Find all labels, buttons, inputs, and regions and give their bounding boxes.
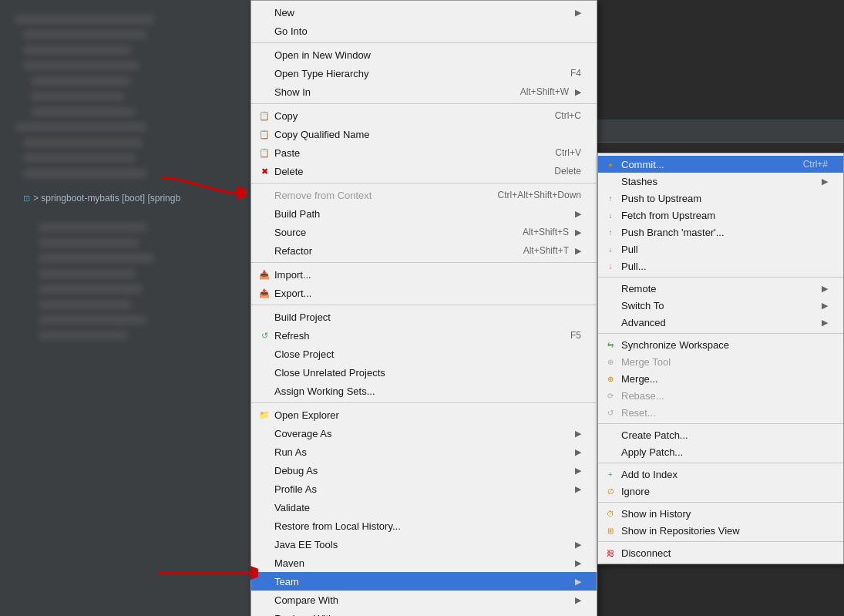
menu-item-compare-with[interactable]: Compare With▶ [251, 591, 597, 609]
r-menu-item-show-history[interactable]: ⏱Show in History [598, 505, 843, 522]
r-menu-item-stashes[interactable]: Stashes▶ [598, 173, 843, 190]
r-menu-item-show-repos[interactable]: ⊞Show in Repositories View [598, 522, 843, 539]
r-menu-icon-remote [604, 282, 617, 295]
menu-label-run-as: Run As [274, 446, 569, 458]
menu-shortcut-source: Alt+Shift+S [523, 227, 569, 237]
menu-icon-close-unrelated [257, 365, 271, 379]
menu-label-delete: Delete [274, 166, 539, 177]
menu-item-refresh[interactable]: ↺RefreshF5 [251, 326, 597, 345]
menu-item-export[interactable]: 📤Export... [251, 284, 597, 302]
r-menu-label-rebase: Rebase... [621, 390, 828, 402]
menu-arrow-build-path: ▶ [575, 209, 581, 219]
r-menu-icon-fetch-upstream: ↓ [604, 209, 617, 221]
r-menu-icon-disconnect: ⛓ [604, 547, 617, 559]
menu-label-import: Import... [274, 269, 581, 281]
r-menu-item-remote[interactable]: Remote▶ [598, 280, 843, 297]
menu-item-validate[interactable]: Validate [251, 498, 597, 517]
menu-icon-build-project [257, 310, 271, 324]
menu-item-java-ee-tools[interactable]: Java EE Tools▶ [251, 535, 597, 554]
menu-label-open-type-hierarchy: Open Type Hierarchy [274, 68, 555, 79]
menu-item-coverage-as[interactable]: Coverage As▶ [251, 424, 597, 443]
menu-item-team[interactable]: Team▶ [251, 572, 597, 591]
blur-content [39, 316, 146, 324]
r-menu-label-disconnect: Disconnect [621, 547, 828, 559]
menu-icon-go-into [257, 24, 271, 38]
blur-content [23, 46, 131, 54]
r-menu-item-apply-patch[interactable]: Apply Patch... [598, 443, 843, 460]
r-menu-label-push-upstream: Push to Upstream [621, 193, 828, 204]
menu-item-maven[interactable]: Maven▶ [251, 554, 597, 572]
r-separator-23 [598, 502, 843, 503]
menu-arrow-coverage-as: ▶ [575, 429, 581, 439]
menu-item-open-explorer[interactable]: 📁Open Explorer [251, 406, 597, 424]
menu-item-run-as[interactable]: Run As▶ [251, 443, 597, 461]
r-menu-item-push-upstream[interactable]: ↑Push to Upstream [598, 190, 843, 207]
menu-icon-refresh: ↺ [257, 328, 271, 342]
r-menu-item-pull-dots[interactable]: ↓Pull... [598, 258, 843, 274]
menu-icon-assign-working [257, 384, 271, 398]
menu-item-open-new-window[interactable]: Open in New Window [251, 45, 597, 64]
blur-content [15, 123, 146, 131]
r-menu-icon-show-history: ⏱ [604, 507, 617, 520]
r-menu-item-ignore[interactable]: ∅Ignore [598, 483, 843, 500]
menu-label-build-path: Build Path [274, 208, 569, 220]
menu-item-assign-working[interactable]: Assign Working Sets... [251, 382, 597, 400]
r-menu-item-pull[interactable]: ↓Pull [598, 241, 843, 258]
r-menu-icon-advanced [604, 316, 617, 328]
menu-item-refactor[interactable]: RefactorAlt+Shift+T▶ [251, 241, 597, 260]
r-menu-item-push-branch[interactable]: ↑Push Branch 'master'... [598, 224, 843, 241]
menu-item-replace-with[interactable]: Replace With▶ [251, 609, 597, 616]
r-menu-icon-rebase: ⟳ [604, 389, 617, 402]
r-menu-icon-push-upstream: ↑ [604, 192, 617, 204]
r-menu-item-rebase: ⟳Rebase... [598, 387, 843, 404]
r-menu-label-show-history: Show in History [621, 508, 828, 520]
r-menu-item-sync-workspace[interactable]: ⇆Synchronize Workspace [598, 336, 843, 353]
menu-item-copy-qualified[interactable]: 📋Copy Qualified Name [251, 125, 597, 143]
r-menu-icon-stashes [604, 175, 617, 187]
menu-item-profile-as[interactable]: Profile As▶ [251, 480, 597, 498]
menu-arrow-new: ▶ [575, 8, 581, 18]
menu-item-build-path[interactable]: Build Path▶ [251, 204, 597, 223]
blur-content [31, 108, 135, 116]
menu-item-source[interactable]: SourceAlt+Shift+S▶ [251, 223, 597, 241]
menu-shortcut-paste: Ctrl+V [555, 147, 581, 158]
r-menu-item-fetch-upstream[interactable]: ↓Fetch from Upstream [598, 207, 843, 224]
menu-label-refactor: Refactor [274, 245, 508, 257]
r-menu-arrow-remote: ▶ [822, 284, 828, 294]
separator-6 [251, 103, 597, 104]
menu-item-debug-as[interactable]: Debug As▶ [251, 461, 597, 480]
r-menu-item-add-index[interactable]: +Add to Index [598, 466, 843, 483]
menu-item-go-into[interactable]: Go Into [251, 22, 597, 40]
menu-icon-paste: 📋 [257, 146, 271, 160]
menu-item-paste[interactable]: 📋PasteCtrl+V [251, 143, 597, 162]
menu-item-copy[interactable]: 📋CopyCtrl+C [251, 106, 597, 125]
r-menu-label-advanced: Advanced [621, 317, 815, 328]
blur-content [23, 31, 146, 39]
menu-item-import[interactable]: 📥Import... [251, 265, 597, 284]
r-menu-item-disconnect[interactable]: ⛓Disconnect [598, 544, 843, 561]
r-separator-20 [598, 463, 843, 463]
menu-item-new[interactable]: New▶ [251, 3, 597, 22]
menu-item-close-project[interactable]: Close Project [251, 345, 597, 363]
r-menu-label-merge-tool: Merge Tool [621, 356, 828, 368]
r-menu-item-commit[interactable]: ●Commit...Ctrl+# [598, 156, 843, 173]
blur-content [39, 332, 127, 339]
menu-label-profile-as: Profile As [274, 483, 569, 495]
r-menu-item-merge[interactable]: ⊕Merge... [598, 370, 843, 387]
menu-icon-restore-local [257, 519, 271, 533]
r-menu-item-advanced[interactable]: Advanced▶ [598, 314, 843, 331]
context-menu-right: ●Commit...Ctrl+#Stashes▶↑Push to Upstrea… [597, 153, 844, 564]
r-menu-label-stashes: Stashes [621, 176, 815, 187]
r-menu-item-switch-to[interactable]: Switch To▶ [598, 297, 843, 314]
menu-arrow-replace-with: ▶ [575, 614, 581, 617]
menu-item-build-project[interactable]: Build Project [251, 308, 597, 326]
r-menu-icon-commit: ● [604, 158, 617, 170]
r-menu-item-create-patch[interactable]: Create Patch... [598, 426, 843, 443]
blur-content [39, 301, 131, 308]
menu-item-show-in[interactable]: Show InAlt+Shift+W▶ [251, 82, 597, 101]
menu-item-open-type-hierarchy[interactable]: Open Type HierarchyF4 [251, 64, 597, 82]
menu-item-delete[interactable]: ✖DeleteDelete [251, 162, 597, 180]
menu-item-restore-local[interactable]: Restore from Local History... [251, 517, 597, 535]
menu-shortcut-delete: Delete [554, 166, 581, 177]
menu-item-close-unrelated[interactable]: Close Unrelated Projects [251, 363, 597, 382]
